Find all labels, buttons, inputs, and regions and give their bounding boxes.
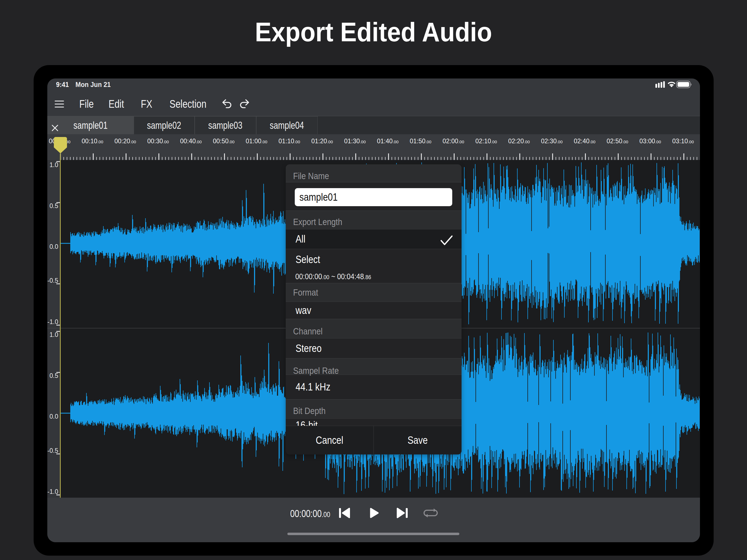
svg-text:.00: .00	[294, 139, 300, 144]
svg-text:.00: .00	[130, 139, 136, 144]
svg-text:-1.0: -1.0	[47, 318, 58, 325]
svg-text:0.0: 0.0	[50, 413, 58, 420]
svg-text:.00: .00	[491, 139, 497, 144]
svg-text:.00: .00	[557, 139, 563, 144]
svg-text:.00: .00	[360, 139, 366, 144]
svg-text:.00: .00	[458, 139, 464, 144]
svg-text:1.0: 1.0	[50, 331, 58, 338]
svg-text:02:20: 02:20	[508, 137, 524, 145]
svg-text:1.0: 1.0	[50, 161, 58, 169]
svg-text:02:40: 02:40	[574, 137, 590, 145]
svg-text:01:20: 01:20	[311, 137, 327, 145]
svg-text:0.0: 0.0	[50, 243, 58, 250]
svg-text:01:10: 01:10	[278, 137, 294, 145]
svg-text:.00: .00	[261, 139, 267, 144]
svg-text:02:30: 02:30	[541, 137, 557, 145]
svg-text:00:10: 00:10	[81, 137, 97, 145]
svg-text:-0.5: -0.5	[47, 447, 58, 454]
svg-text:.00: .00	[655, 139, 661, 144]
svg-text:01:30: 01:30	[344, 137, 360, 145]
svg-text:01:00: 01:00	[246, 137, 261, 145]
svg-text:.00: .00	[426, 139, 432, 144]
svg-text:.00: .00	[590, 139, 595, 144]
svg-text:.00: .00	[229, 139, 235, 144]
svg-text:00:20: 00:20	[114, 137, 130, 145]
svg-text:.00: .00	[196, 139, 202, 144]
svg-text:01:40: 01:40	[377, 137, 393, 145]
svg-text:.00: .00	[97, 139, 103, 144]
svg-text:-0.5: -0.5	[47, 277, 58, 284]
svg-text:02:50: 02:50	[607, 137, 622, 145]
svg-text:03:10: 03:10	[672, 137, 688, 145]
svg-text:02:10: 02:10	[475, 137, 491, 145]
svg-text:01:50: 01:50	[410, 137, 426, 145]
svg-text:.00: .00	[688, 139, 694, 144]
svg-text:00:40: 00:40	[180, 137, 196, 145]
svg-text:.00: .00	[327, 139, 333, 144]
svg-text:.00: .00	[393, 139, 398, 144]
svg-text:.00: .00	[524, 139, 530, 144]
svg-text:.00: .00	[622, 139, 628, 144]
svg-text:0.5: 0.5	[50, 202, 58, 209]
svg-text:00:30: 00:30	[147, 137, 163, 145]
svg-text:-1.0: -1.0	[47, 488, 58, 495]
svg-text:00:50: 00:50	[213, 137, 229, 145]
svg-text:02:00: 02:00	[442, 137, 458, 145]
svg-text:.00: .00	[163, 139, 169, 144]
svg-text:03:00: 03:00	[639, 137, 655, 145]
svg-text:0.5: 0.5	[50, 372, 58, 379]
